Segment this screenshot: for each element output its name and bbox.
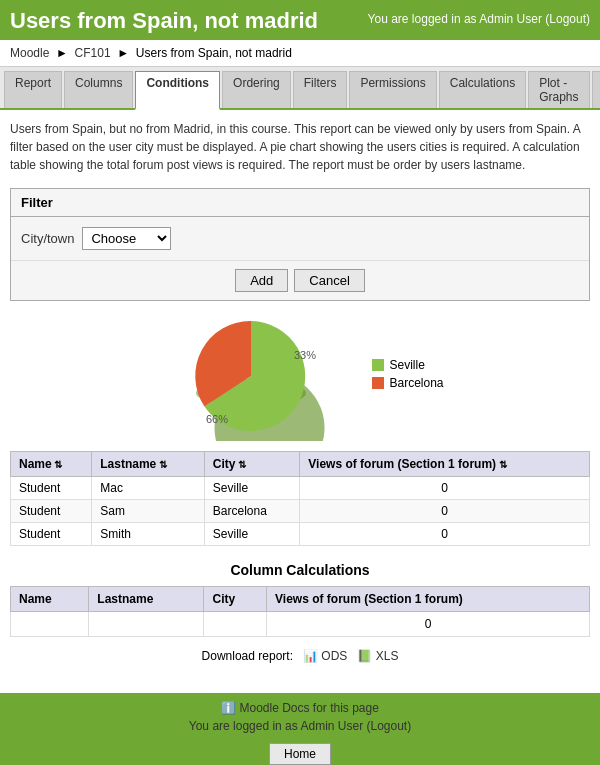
cell-lastname-0: Mac (92, 477, 205, 500)
footer-login: You are logged in as Admin User (Logout) (8, 719, 592, 733)
breadcrumb-cf101[interactable]: CF101 (75, 46, 111, 60)
calc-table: Name Lastname City Views of forum (Secti… (10, 586, 590, 637)
tab-calculations[interactable]: Calculations (439, 71, 526, 108)
col-header-views[interactable]: Views of forum (Section 1 forum) (300, 452, 590, 477)
calc-lastname-cell (89, 612, 204, 637)
calc-header-row: Name Lastname City Views of forum (Secti… (11, 587, 590, 612)
footer-login-text: You are logged in as (189, 719, 301, 733)
svg-text:66%: 66% (206, 413, 228, 425)
download-label: Download report: (202, 649, 293, 663)
cell-views-2: 0 (300, 523, 590, 546)
col-header-city[interactable]: City (204, 452, 299, 477)
pie-chart: 33% 66% (156, 311, 356, 441)
cell-lastname-1: Sam (92, 500, 205, 523)
xls-link[interactable]: XLS (376, 649, 399, 663)
filter-buttons: Add Cancel (11, 260, 589, 300)
breadcrumb: Moodle ► CF101 ► Users from Spain, not m… (0, 40, 600, 67)
col-header-lastname[interactable]: Lastname (92, 452, 205, 477)
legend-label-seville: Seville (389, 358, 424, 372)
legend-barcelona: Barcelona (372, 376, 443, 390)
page-header: Users from Spain, not madrid You are log… (0, 0, 600, 40)
table-row: Student Smith Seville 0 (11, 523, 590, 546)
ods-link[interactable]: ODS (321, 649, 347, 663)
login-info: You are logged in as Admin User (Logout) (368, 12, 590, 26)
admin-user-link[interactable]: Admin User (479, 12, 542, 26)
legend-label-barcelona: Barcelona (389, 376, 443, 390)
page-title: Users from Spain, not madrid (10, 8, 318, 34)
cancel-button[interactable]: Cancel (294, 269, 364, 292)
table-row: Student Sam Barcelona 0 (11, 500, 590, 523)
download-row: Download report: 📊 ODS 📗 XLS (10, 649, 590, 663)
page-footer: ℹ️ Moodle Docs for this page You are log… (0, 693, 600, 765)
add-button[interactable]: Add (235, 269, 288, 292)
city-label: City/town (21, 231, 74, 246)
tab-ordering[interactable]: Ordering (222, 71, 291, 108)
cell-views-0: 0 (300, 477, 590, 500)
cell-lastname-2: Smith (92, 523, 205, 546)
cell-city-2: Seville (204, 523, 299, 546)
cell-name-0: Student (11, 477, 92, 500)
data-table: Name Lastname City Views of forum (Secti… (10, 451, 590, 546)
page-description: Users from Spain, but no from Madrid, in… (10, 120, 590, 174)
filter-title: Filter (11, 189, 589, 217)
breadcrumb-moodle[interactable]: Moodle (10, 46, 49, 60)
calc-data-row: 0 (11, 612, 590, 637)
col-header-name[interactable]: Name (11, 452, 92, 477)
calc-col-city: City (204, 587, 267, 612)
cell-name-1: Student (11, 500, 92, 523)
tab-columns[interactable]: Columns (64, 71, 133, 108)
calc-col-lastname: Lastname (89, 587, 204, 612)
tab-report[interactable]: Report (4, 71, 62, 108)
footer-admin-link[interactable]: Admin User (300, 719, 363, 733)
calc-city-cell (204, 612, 267, 637)
main-content: Users from Spain, but no from Madrid, in… (0, 110, 600, 685)
calc-name-cell (11, 612, 89, 637)
legend-color-barcelona (372, 377, 384, 389)
cell-city-1: Barcelona (204, 500, 299, 523)
cell-city-0: Seville (204, 477, 299, 500)
filter-row: City/town Choose Seville Barcelona (11, 217, 589, 260)
tab-filters[interactable]: Filters (293, 71, 348, 108)
tab-conditions[interactable]: Conditions (135, 71, 220, 110)
cell-name-2: Student (11, 523, 92, 546)
tab-view-report[interactable]: View report (592, 71, 601, 108)
calc-col-views: Views of forum (Section 1 forum) (267, 587, 590, 612)
city-select[interactable]: Choose Seville Barcelona (82, 227, 171, 250)
legend-color-seville (372, 359, 384, 371)
footer-docs: ℹ️ Moodle Docs for this page (8, 701, 592, 715)
ods-icon: 📊 (303, 649, 318, 663)
calc-section-title: Column Calculations (10, 562, 590, 578)
svg-text:33%: 33% (294, 349, 316, 361)
logout-link[interactable]: Logout (549, 12, 586, 26)
table-row: Student Mac Seville 0 (11, 477, 590, 500)
xls-icon: 📗 (357, 649, 372, 663)
tab-plot-graphs[interactable]: Plot - Graphs (528, 71, 589, 108)
tabs-bar: Report Columns Conditions Ordering Filte… (0, 67, 600, 110)
footer-logout-link[interactable]: Logout (370, 719, 407, 733)
home-button[interactable]: Home (269, 743, 331, 765)
calc-col-name: Name (11, 587, 89, 612)
table-header-row: Name Lastname City Views of forum (Secti… (11, 452, 590, 477)
cell-views-1: 0 (300, 500, 590, 523)
legend-seville: Seville (372, 358, 443, 372)
login-text: You are logged in as (368, 12, 480, 26)
tab-permissions[interactable]: Permissions (349, 71, 436, 108)
chart-legend: Seville Barcelona (372, 358, 443, 394)
docs-link[interactable]: Moodle Docs for this page (239, 701, 378, 715)
info-icon: ℹ️ (221, 701, 236, 715)
filter-box: Filter City/town Choose Seville Barcelon… (10, 188, 590, 301)
breadcrumb-current: Users from Spain, not madrid (136, 46, 292, 60)
calc-views-cell: 0 (267, 612, 590, 637)
chart-container: 33% 66% Seville Barcelona (125, 311, 475, 441)
